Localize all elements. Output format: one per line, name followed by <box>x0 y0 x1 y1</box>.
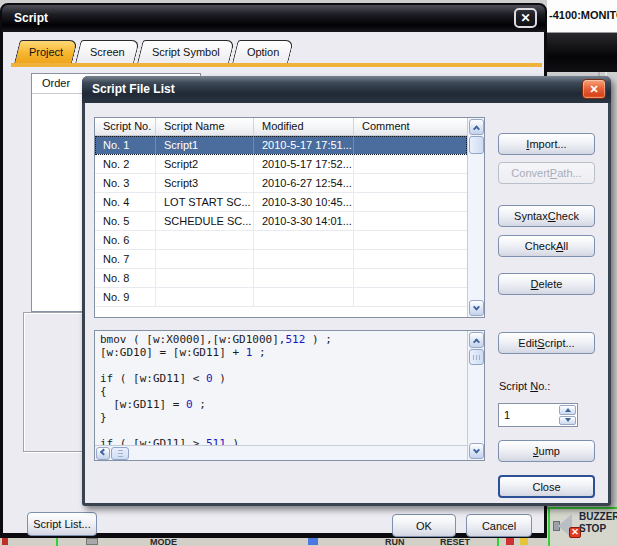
table-row[interactable]: No. 2Script22010-5-17 17:52... <box>95 155 467 174</box>
table-cell <box>354 288 467 306</box>
table-cell <box>354 231 467 249</box>
scrollbar-thumb[interactable] <box>111 447 129 460</box>
table-cell <box>254 231 354 249</box>
tab-script-symbol[interactable]: Script Symbol <box>137 40 235 63</box>
table-row[interactable]: No. 4LOT START SC...2010-3-30 10:45... <box>95 193 467 212</box>
table-cell <box>354 193 467 211</box>
jump-button[interactable]: Jump <box>498 440 595 462</box>
code-horizontal-scrollbar[interactable] <box>95 445 467 460</box>
scroll-up-icon[interactable] <box>469 332 484 348</box>
delete-button[interactable]: Delete <box>498 273 595 295</box>
edit-script-button[interactable]: Edit Script... <box>498 332 595 354</box>
table-row[interactable]: No. 1Script12010-5-17 17:51... <box>95 136 467 155</box>
script-no-label: Script No.: <box>499 380 550 392</box>
toolbar-fragment <box>497 538 499 546</box>
toolbar-fragment <box>2 538 8 545</box>
toolbar-fragment <box>520 538 528 545</box>
spin-down-icon[interactable] <box>559 416 576 426</box>
table-cell: 2010-3-30 10:45... <box>254 193 354 211</box>
spin-up-icon[interactable] <box>559 405 576 415</box>
cancel-button[interactable]: Cancel <box>466 514 532 537</box>
toolbar-fragment-label: MODE <box>150 538 177 546</box>
scrollbar-thumb[interactable] <box>469 349 484 365</box>
tab-option[interactable]: Option <box>232 40 294 63</box>
table-row[interactable]: No. 7 <box>95 250 467 269</box>
script-no-value[interactable]: 1 <box>499 404 558 426</box>
scroll-up-icon[interactable] <box>469 119 484 135</box>
table-body: No. 1Script12010-5-17 17:51...No. 2Scrip… <box>95 136 467 307</box>
table-header: Script No. Script Name Modified Comment <box>95 118 467 136</box>
scrollbar-thumb[interactable] <box>469 136 484 154</box>
table-cell <box>156 250 254 268</box>
table-cell <box>354 136 467 154</box>
close-icon[interactable]: ✕ <box>582 79 606 99</box>
syntax-check-button[interactable]: Syntax Check <box>498 205 595 227</box>
toolbar-fragment <box>308 538 318 545</box>
table-row[interactable]: No. 5SCHEDULE SC...2010-3-30 14:01... <box>95 212 467 231</box>
buzzer-stop-label: BUZZER STOP <box>579 511 617 535</box>
green-divider <box>547 507 617 509</box>
script-list-button[interactable]: Script List... <box>27 512 97 536</box>
table-cell: No. 7 <box>95 250 156 268</box>
table-cell <box>156 269 254 287</box>
scroll-down-icon[interactable] <box>469 300 484 316</box>
ok-button[interactable]: OK <box>392 514 456 537</box>
code-vertical-scrollbar[interactable] <box>467 331 484 460</box>
table-cell <box>354 212 467 230</box>
column-header-comment[interactable]: Comment <box>354 118 467 135</box>
green-divider <box>548 507 550 546</box>
script-code-preview[interactable]: bmov ( [w:X0000],[w:GD1000],512 ) ; [w:G… <box>94 330 485 461</box>
column-header-script-name[interactable]: Script Name <box>156 118 254 135</box>
dialog-titlebar[interactable]: Script File List ✕ <box>82 76 611 103</box>
script-window-titlebar[interactable]: Script ✕ <box>2 5 545 32</box>
table-cell: No. 4 <box>95 193 156 211</box>
import-button[interactable]: Import... <box>498 133 595 155</box>
script-no-stepper[interactable]: 1 <box>498 403 578 427</box>
tab-screen[interactable]: Screen <box>75 40 140 63</box>
dialog-title: Script File List <box>82 76 611 96</box>
buzzer-stop-panel[interactable]: ✕ BUZZER STOP <box>547 502 617 546</box>
table-cell <box>354 174 467 192</box>
background-toolbar-strip: MODE RUN RESET <box>0 538 547 546</box>
close-icon[interactable]: ✕ <box>514 8 537 28</box>
scroll-down-icon[interactable] <box>469 443 484 459</box>
scroll-left-icon[interactable] <box>96 447 110 460</box>
table-row[interactable]: No. 9 <box>95 288 467 307</box>
table-row[interactable]: No. 6 <box>95 231 467 250</box>
table-scrollbar[interactable] <box>467 118 484 317</box>
toolbar-fragment <box>506 538 514 545</box>
tab-bar: Project Screen Script Symbol Option <box>17 40 291 63</box>
table-cell: No. 8 <box>95 269 156 287</box>
column-header-script-no[interactable]: Script No. <box>95 118 156 135</box>
close-button[interactable]: Close <box>498 475 595 498</box>
table-cell <box>354 155 467 173</box>
table-row[interactable]: No. 3Script32010-6-27 12:54... <box>95 174 467 193</box>
toolbar-fragment-label: RESET <box>440 538 470 546</box>
convert-path-button[interactable]: Convert Path... <box>498 162 595 184</box>
table-cell <box>254 269 354 287</box>
table-cell <box>156 288 254 306</box>
table-cell <box>354 250 467 268</box>
background-window-title: -4100:MONITO <box>547 0 617 33</box>
table-cell: SCHEDULE SC... <box>156 212 254 230</box>
table-cell: 2010-5-17 17:51... <box>254 136 354 154</box>
table-cell <box>254 288 354 306</box>
toolbar-fragment-label: RUN <box>385 538 405 546</box>
tab-project[interactable]: Project <box>14 40 78 63</box>
table-cell: 2010-3-30 14:01... <box>254 212 354 230</box>
check-all-button[interactable]: Check All <box>498 235 595 257</box>
code-text: bmov ( [w:X0000],[w:GD1000],512 ) ; [w:G… <box>95 331 467 445</box>
screen: -4100:MONITO ✕ BUZZER STOP MODE RUN RESE… <box>0 0 617 546</box>
toolbar-fragment <box>86 538 98 545</box>
table-cell: LOT START SC... <box>156 193 254 211</box>
table-cell: No. 9 <box>95 288 156 306</box>
table-row[interactable]: No. 8 <box>95 269 467 288</box>
script-file-table: Script No. Script Name Modified Comment … <box>94 117 485 318</box>
column-header-modified[interactable]: Modified <box>254 118 354 135</box>
toolbar-fragment <box>56 538 58 546</box>
table-cell: No. 1 <box>95 136 156 154</box>
dialog-body: Script No. Script Name Modified Comment … <box>85 103 608 503</box>
table-cell <box>254 250 354 268</box>
table-cell: No. 3 <box>95 174 156 192</box>
accent-bar <box>11 63 542 67</box>
